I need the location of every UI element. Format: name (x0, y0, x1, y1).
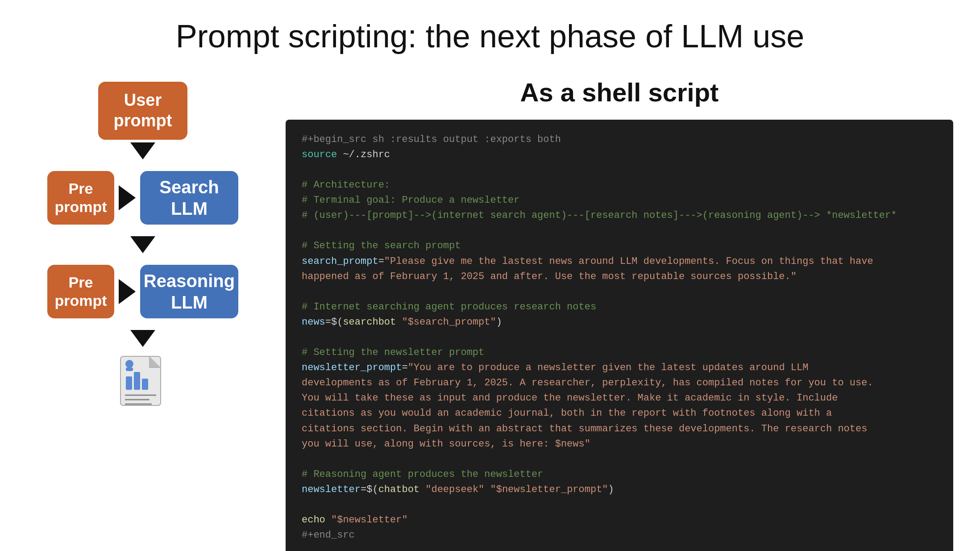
page-title: Prompt scripting: the next phase of LLM … (27, 18, 953, 55)
code-line: citations as you would an academic journ… (302, 406, 937, 421)
code-line: #+begin_src sh :results output :exports … (302, 132, 937, 147)
code-line: # (user)---[prompt]-->(internet search a… (302, 208, 937, 223)
code-line (302, 497, 937, 513)
code-line (302, 330, 937, 345)
code-line: source ~/.zshrc (302, 147, 937, 163)
search-llm-box: Search LLM (140, 171, 238, 225)
pre-prompt-2-box: Pre prompt (47, 265, 114, 318)
code-block: #+begin_src sh :results output :exports … (286, 120, 953, 551)
arrow-right-1 (119, 185, 136, 210)
document-icon (116, 354, 170, 412)
code-line: # Architecture: (302, 178, 937, 193)
code-line (302, 452, 937, 467)
code-line: citations section. Begin with an abstrac… (302, 422, 937, 437)
code-line: echo "$newsletter" (302, 513, 937, 528)
content-row: User prompt Pre prompt Search LLM Pre pr… (27, 77, 953, 551)
arrow-down-1 (130, 142, 155, 159)
svg-rect-4 (126, 376, 132, 390)
svg-rect-6 (142, 379, 148, 390)
code-line (302, 284, 937, 300)
reasoning-llm-row: Pre prompt Reasoning LLM (47, 265, 238, 318)
reasoning-llm-box: Reasoning LLM (140, 265, 238, 318)
svg-rect-5 (134, 372, 140, 390)
code-line: developments as of February 1, 2025. A r… (302, 376, 937, 391)
right-section: As a shell script #+begin_src sh :result… (286, 77, 953, 551)
code-line: #+end_src (302, 528, 937, 543)
pre-prompt-2-label: Pre prompt (54, 273, 107, 310)
code-line: newsletter_prompt="You are to produce a … (302, 360, 937, 376)
pre-prompt-1-label: Pre prompt (54, 179, 107, 216)
svg-rect-11 (126, 367, 133, 371)
code-line: # Terminal goal: Produce a newsletter (302, 193, 937, 208)
arrow-down-3 (130, 330, 155, 347)
user-prompt-label: User prompt (114, 90, 172, 131)
search-llm-label: Search LLM (140, 176, 238, 219)
reasoning-llm-label: Reasoning LLM (144, 270, 235, 313)
arrow-right-2 (119, 279, 136, 304)
code-line: search_prompt="Please give me the lastes… (302, 254, 937, 269)
code-line (302, 163, 937, 178)
arrow-down-2 (130, 236, 155, 253)
pre-prompt-1-box: Pre prompt (47, 171, 114, 225)
code-line: # Setting the search prompt (302, 238, 937, 254)
code-line: happened as of February 1, 2025 and afte… (302, 269, 937, 284)
user-prompt-box: User prompt (98, 82, 187, 140)
svg-point-10 (125, 360, 133, 368)
code-line: # Reasoning agent produces the newslette… (302, 467, 937, 482)
code-line: newsletter=$(chatbot "deepseek" "$newsle… (302, 482, 937, 497)
code-line: # Setting the newsletter prompt (302, 345, 937, 360)
code-line: You will take these as input and produce… (302, 391, 937, 406)
code-line: you will use, along with sources, is her… (302, 437, 937, 452)
code-line: # Internet searching agent produces rese… (302, 300, 937, 315)
diagram: User prompt Pre prompt Search LLM Pre pr… (27, 77, 259, 412)
code-line (302, 223, 937, 238)
search-llm-row: Pre prompt Search LLM (47, 171, 238, 225)
code-line: news=$(searchbot "$search_prompt") (302, 315, 937, 330)
shell-script-title: As a shell script (286, 77, 953, 107)
